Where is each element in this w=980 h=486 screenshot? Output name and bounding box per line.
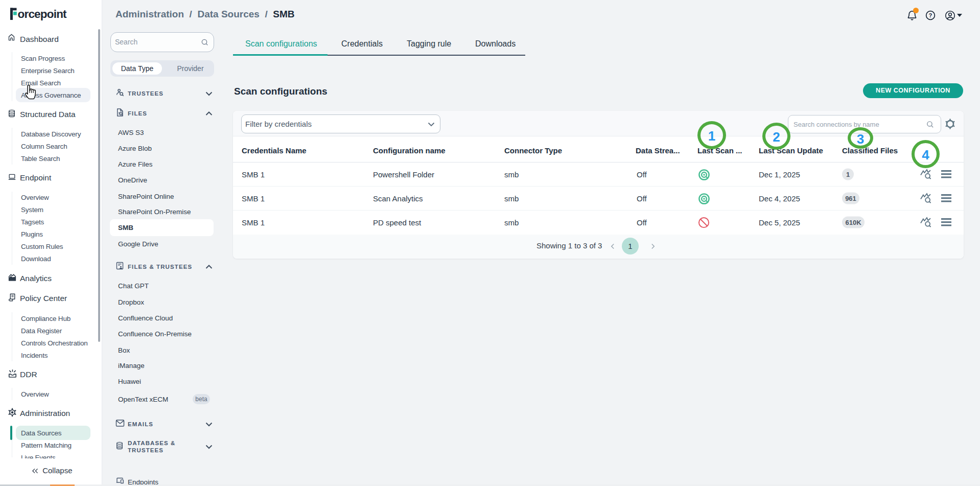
svg-text:?: ?	[929, 12, 932, 18]
svg-text:orcepoint: orcepoint	[18, 8, 67, 20]
